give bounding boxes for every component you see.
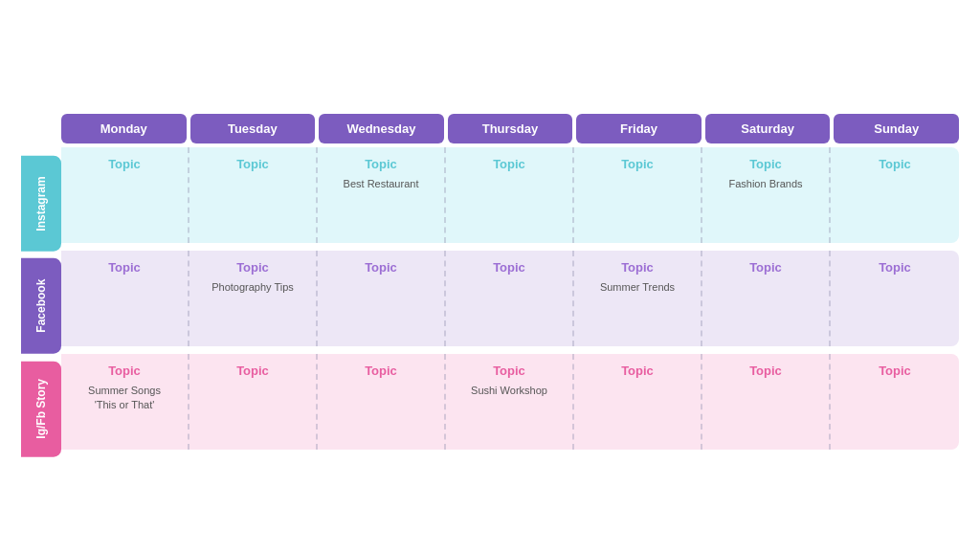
- cell-content: Photography Tips: [212, 280, 294, 295]
- day-header-saturday: Saturday: [705, 114, 831, 143]
- cell-facebook-friday: TopicSummer Trends: [574, 251, 702, 346]
- row-labels: Instagram Facebook Ig/Fb Story: [21, 114, 61, 457]
- cell-content: Best Restaurant: [344, 177, 419, 191]
- cell-igfbstory-friday: Topic: [574, 354, 702, 450]
- cell-topic: Topic: [493, 157, 525, 171]
- calendar-container: Instagram Facebook Ig/Fb Story MondayTue…: [11, 76, 969, 476]
- cell-instagram-wednesday: TopicBest Restaurant: [318, 147, 446, 243]
- cell-igfbstory-sunday: Topic: [831, 354, 959, 450]
- cell-content: Fashion Brands: [728, 177, 802, 191]
- cell-topic: Topic: [365, 157, 397, 171]
- cell-igfbstory-monday: TopicSummer Songs 'This or That': [61, 354, 189, 450]
- calendar-grid: MondayTuesdayWednesdayThursdayFridaySatu…: [61, 114, 959, 457]
- cell-topic: Topic: [621, 157, 654, 171]
- cell-topic: Topic: [108, 364, 141, 378]
- cell-instagram-sunday: Topic: [831, 147, 959, 243]
- cell-topic: Topic: [749, 260, 782, 275]
- cell-instagram-saturday: TopicFashion Brands: [702, 147, 831, 243]
- day-header-monday: Monday: [61, 114, 187, 143]
- cell-facebook-wednesday: Topic: [318, 251, 446, 346]
- cell-topic: Topic: [879, 157, 911, 171]
- cell-content: Summer Trends: [600, 280, 675, 295]
- cell-topic: Topic: [108, 260, 141, 275]
- igfbstory-row: TopicSummer Songs 'This or That'TopicTop…: [61, 354, 959, 450]
- igfbstory-label: Ig/Fb Story: [21, 362, 61, 457]
- cell-topic: Topic: [749, 157, 782, 171]
- cell-instagram-monday: Topic: [61, 147, 189, 243]
- cell-instagram-thursday: Topic: [446, 147, 574, 243]
- instagram-row: TopicTopicTopicBest RestaurantTopicTopic…: [61, 147, 959, 243]
- cell-facebook-thursday: Topic: [446, 251, 574, 346]
- header-row: MondayTuesdayWednesdayThursdayFridaySatu…: [61, 114, 959, 143]
- cell-instagram-friday: Topic: [574, 147, 702, 243]
- cell-igfbstory-thursday: TopicSushi Workshop: [446, 354, 574, 450]
- cell-facebook-monday: Topic: [61, 251, 189, 346]
- facebook-row: TopicTopicPhotography TipsTopicTopicTopi…: [61, 251, 959, 346]
- day-header-thursday: Thursday: [448, 114, 573, 143]
- cell-facebook-saturday: Topic: [702, 251, 831, 346]
- cell-topic: Topic: [236, 364, 269, 378]
- cell-content: Sushi Workshop: [471, 384, 547, 398]
- cell-topic: Topic: [365, 260, 397, 275]
- day-header-friday: Friday: [576, 114, 702, 143]
- cell-topic: Topic: [236, 157, 269, 171]
- day-header-tuesday: Tuesday: [190, 114, 316, 143]
- cell-topic: Topic: [365, 364, 397, 378]
- cell-igfbstory-wednesday: Topic: [318, 354, 446, 450]
- cell-topic: Topic: [879, 260, 911, 275]
- cell-igfbstory-tuesday: Topic: [189, 354, 318, 450]
- cell-topic: Topic: [621, 364, 654, 378]
- day-header-sunday: Sunday: [834, 114, 959, 143]
- facebook-label: Facebook: [21, 258, 61, 354]
- cell-igfbstory-saturday: Topic: [702, 354, 831, 450]
- cell-instagram-tuesday: Topic: [189, 147, 318, 243]
- cell-facebook-sunday: Topic: [831, 251, 959, 346]
- cell-topic: Topic: [879, 364, 911, 378]
- cell-topic: Topic: [493, 364, 525, 378]
- cell-topic: Topic: [749, 364, 782, 378]
- cell-topic: Topic: [493, 260, 525, 275]
- instagram-label: Instagram: [21, 156, 61, 252]
- cell-topic: Topic: [108, 157, 141, 171]
- cell-facebook-tuesday: TopicPhotography Tips: [189, 251, 318, 346]
- cell-topic: Topic: [621, 260, 654, 275]
- cell-content: Summer Songs 'This or That': [88, 384, 161, 413]
- calendar-wrapper: Instagram Facebook Ig/Fb Story MondayTue…: [21, 114, 959, 457]
- cell-topic: Topic: [236, 260, 269, 275]
- day-header-wednesday: Wednesday: [319, 114, 444, 143]
